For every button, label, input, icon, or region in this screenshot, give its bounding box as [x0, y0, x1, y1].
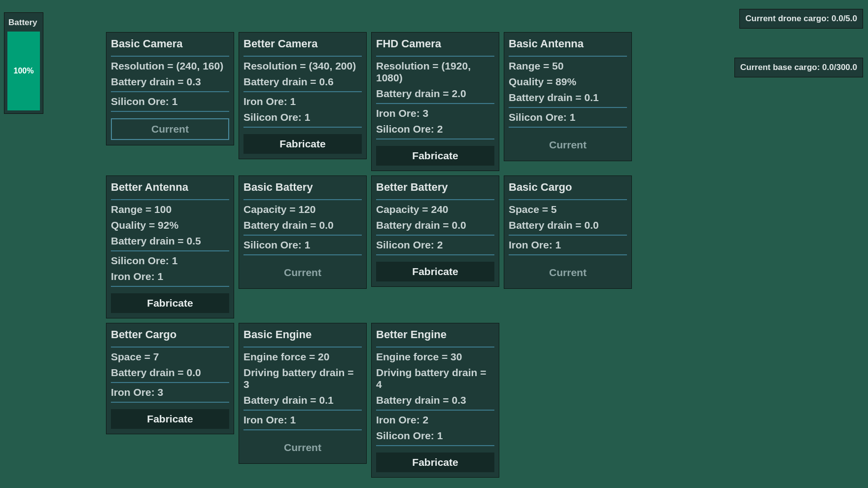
cost-line: Iron Ore: 1	[243, 95, 362, 108]
fabrication-card: Better EngineEngine force = 30Driving ba…	[371, 323, 499, 478]
divider	[243, 235, 362, 236]
stat-line: Resolution = (240, 160)	[111, 59, 229, 73]
cost-line: Silicon Ore: 2	[376, 122, 494, 136]
divider	[509, 235, 627, 236]
divider	[509, 127, 627, 128]
cost-line: Iron Ore: 3	[376, 106, 494, 120]
fabricate-button[interactable]: Fabricate	[376, 453, 494, 472]
current-button[interactable]: Current	[509, 262, 627, 283]
divider	[509, 199, 627, 200]
stat-line: Space = 7	[111, 350, 229, 364]
divider	[243, 410, 362, 411]
divider	[111, 111, 229, 112]
stat-line: Driving battery drain = 3	[243, 366, 362, 391]
divider	[243, 91, 362, 92]
card-title: Better Antenna	[111, 179, 229, 197]
stat-line: Capacity = 120	[243, 203, 362, 216]
fabricate-button[interactable]: Fabricate	[376, 262, 494, 281]
divider	[243, 127, 362, 128]
divider	[111, 56, 229, 57]
divider	[509, 254, 627, 255]
divider	[376, 103, 494, 104]
divider	[243, 56, 362, 57]
divider	[376, 139, 494, 139]
stat-line: Range = 50	[509, 59, 627, 73]
cost-line: Silicon Ore: 2	[376, 238, 494, 252]
card-title: Basic Antenna	[509, 36, 627, 53]
cost-line: Silicon Ore: 1	[111, 254, 229, 268]
fabrication-card: Basic AntennaRange = 50Quality = 89%Batt…	[504, 32, 632, 161]
divider	[111, 199, 229, 200]
current-button[interactable]: Current	[509, 134, 627, 156]
stat-line: Battery drain = 0.3	[111, 75, 229, 89]
card-title: Better Battery	[376, 179, 494, 197]
divider	[509, 107, 627, 108]
stat-line: Engine force = 20	[243, 350, 362, 364]
cost-line: Silicon Ore: 1	[509, 110, 627, 124]
cost-line: Silicon Ore: 1	[111, 95, 229, 108]
divider	[111, 347, 229, 348]
divider	[243, 347, 362, 348]
current-button[interactable]: Current	[243, 262, 362, 283]
cost-line: Silicon Ore: 1	[376, 429, 494, 443]
divider	[376, 56, 494, 57]
cost-line: Silicon Ore: 1	[243, 238, 362, 252]
fabricate-button[interactable]: Fabricate	[111, 293, 229, 313]
fabricate-button[interactable]: Fabricate	[243, 134, 362, 154]
stat-line: Quality = 92%	[111, 218, 229, 232]
fabrication-card: Better BatteryCapacity = 240Battery drai…	[371, 175, 499, 287]
card-title: Better Camera	[243, 36, 362, 53]
divider	[509, 56, 627, 57]
stat-line: Quality = 89%	[509, 75, 627, 89]
stat-line: Resolution = (340, 200)	[243, 59, 362, 73]
divider	[111, 91, 229, 92]
stat-line: Battery drain = 0.3	[376, 393, 494, 407]
current-button[interactable]: Current	[111, 118, 229, 140]
card-title: Better Engine	[376, 327, 494, 344]
cost-line: Iron Ore: 1	[509, 238, 627, 252]
fabrication-card: Basic BatteryCapacity = 120Battery drain…	[239, 175, 367, 289]
cost-line: Iron Ore: 1	[243, 413, 362, 427]
stat-line: Range = 100	[111, 203, 229, 216]
divider	[376, 347, 494, 348]
stat-line: Battery drain = 0.0	[111, 366, 229, 380]
card-title: FHD Camera	[376, 36, 494, 53]
stat-line: Battery drain = 2.0	[376, 87, 494, 101]
fabrication-card: Better CameraResolution = (340, 200)Batt…	[239, 32, 367, 159]
fabrication-card: Basic EngineEngine force = 20Driving bat…	[239, 323, 367, 464]
battery-label: Battery	[6, 15, 41, 32]
stat-line: Resolution = (1920, 1080)	[376, 59, 494, 85]
fabrication-card: Better AntennaRange = 100Quality = 92%Ba…	[106, 175, 234, 318]
stat-line: Battery drain = 0.0	[509, 218, 627, 232]
divider	[376, 445, 494, 446]
stat-line: Battery drain = 0.6	[243, 75, 362, 89]
divider	[376, 235, 494, 236]
cost-line: Iron Ore: 1	[111, 270, 229, 283]
fabrication-card: Basic CameraResolution = (240, 160)Batte…	[106, 32, 234, 145]
stat-line: Engine force = 30	[376, 350, 494, 364]
divider	[111, 286, 229, 287]
divider	[111, 382, 229, 383]
fabrication-card: Basic CargoSpace = 5Battery drain = 0.0I…	[504, 175, 632, 289]
card-title: Better Cargo	[111, 327, 229, 344]
cost-line: Iron Ore: 3	[111, 385, 229, 399]
divider	[111, 250, 229, 251]
stat-line: Battery drain = 0.5	[111, 234, 229, 248]
card-title: Basic Battery	[243, 179, 362, 197]
stat-line: Capacity = 240	[376, 203, 494, 216]
fabrication-card: Better CargoSpace = 7Battery drain = 0.0…	[106, 323, 234, 434]
divider	[376, 199, 494, 200]
stat-line: Battery drain = 0.1	[243, 393, 362, 407]
battery-percent: 100%	[14, 67, 34, 75]
battery-widget: Battery 100%	[4, 12, 43, 114]
stat-line: Battery drain = 0.1	[509, 91, 627, 105]
drone-cargo-status: Current drone cargo: 0.0/5.0	[739, 9, 863, 29]
fabrication-grid: Basic CameraResolution = (240, 160)Batte…	[106, 32, 643, 478]
current-button[interactable]: Current	[243, 437, 362, 458]
stat-line: Space = 5	[509, 203, 627, 216]
fabrication-card: FHD CameraResolution = (1920, 1080)Batte…	[371, 32, 499, 171]
fabricate-button[interactable]: Fabricate	[111, 409, 229, 429]
fabricate-button[interactable]: Fabricate	[376, 146, 494, 166]
divider	[376, 254, 494, 255]
stat-line: Battery drain = 0.0	[376, 218, 494, 232]
